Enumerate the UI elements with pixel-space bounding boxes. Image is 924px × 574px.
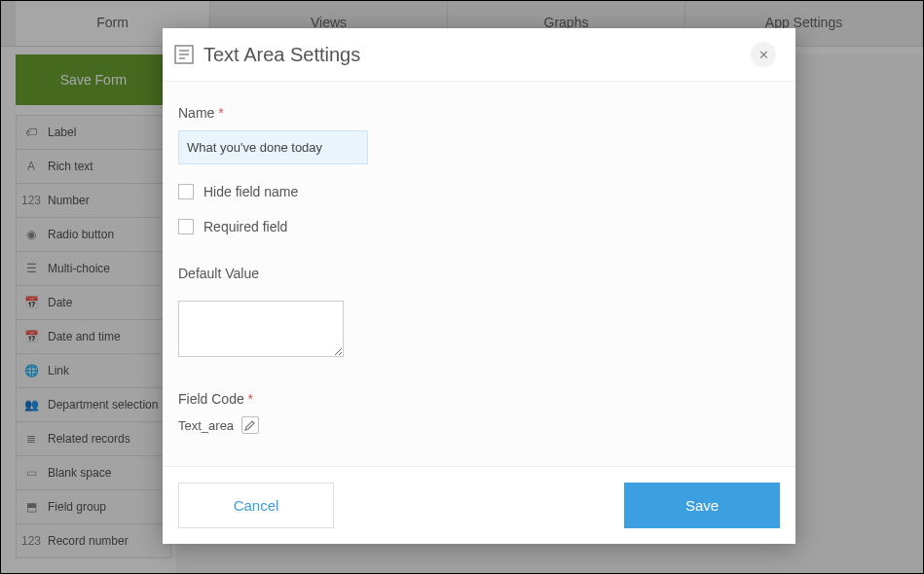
save-button[interactable]: Save (624, 483, 780, 528)
name-label: Name * (178, 105, 780, 121)
hide-field-name-checkbox[interactable] (178, 184, 194, 199)
modal-header: Text Area Settings ✕ (163, 28, 795, 82)
required-field-checkbox[interactable] (178, 219, 194, 234)
modal-footer: Cancel Save (163, 466, 795, 544)
modal-body: Name * Hide field name Required field De… (163, 82, 795, 466)
hide-field-name-row: Hide field name (178, 184, 780, 199)
field-code-value: Text_area (178, 418, 234, 433)
text-area-icon (172, 43, 196, 66)
default-value-label: Default Value (178, 266, 780, 281)
default-value-field[interactable] (178, 301, 344, 357)
cancel-button[interactable]: Cancel (178, 483, 334, 528)
required-field-label: Required field (203, 219, 287, 234)
required-field-row: Required field (178, 219, 780, 234)
name-field[interactable] (178, 130, 368, 164)
edit-field-code-icon[interactable] (241, 416, 259, 434)
field-code-label: Field Code * (178, 391, 780, 407)
modal-title: Text Area Settings (203, 44, 751, 66)
close-icon[interactable]: ✕ (751, 42, 776, 67)
hide-field-name-label: Hide field name (203, 184, 298, 199)
text-area-settings-modal: Text Area Settings ✕ Name * Hide field n… (163, 28, 795, 544)
